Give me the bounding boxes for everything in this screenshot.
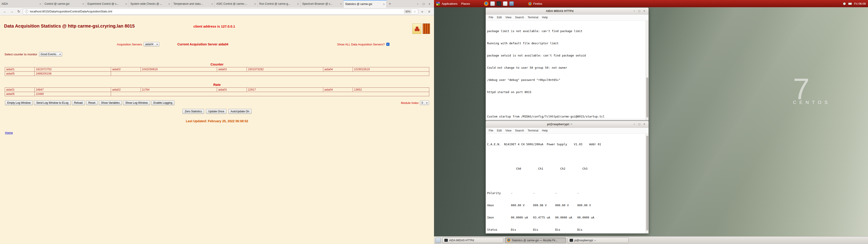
site-info-icon[interactable]: i bbox=[25, 10, 28, 13]
show-log-window-button[interactable]: Show Log Window bbox=[123, 100, 150, 105]
tab-asic-control[interactable]: ASIC Control @ carme-...× bbox=[215, 0, 258, 8]
hv-channels-row: Ch0Ch1Ch2Ch3 bbox=[487, 167, 645, 171]
show-all-checkbox[interactable] bbox=[386, 43, 390, 46]
update-once-button[interactable]: Update Once bbox=[206, 109, 226, 114]
taskbar-item-httpd[interactable]: AIDA MIDAS HTTPd bbox=[442, 238, 503, 243]
terminal-launcher-icon[interactable] bbox=[497, 1, 501, 6]
tab-close-icon[interactable]: × bbox=[254, 2, 256, 6]
tab-aida[interactable]: AIDA× bbox=[0, 0, 43, 8]
terminal-titlebar[interactable]: pi@raspberrypi: ~ − □ × bbox=[486, 121, 649, 128]
maximize-button[interactable]: □ bbox=[637, 122, 642, 126]
menu-view[interactable]: View bbox=[504, 16, 513, 20]
scrollbar-thumb[interactable] bbox=[646, 136, 648, 231]
zoom-indicator[interactable]: 90% bbox=[404, 10, 412, 13]
terminal-menubar: File Edit View Search Terminal Help bbox=[486, 128, 649, 134]
active-app-indicator[interactable]: Firefox bbox=[528, 2, 542, 5]
places-menu[interactable]: Places bbox=[459, 2, 472, 5]
hv-control-screen[interactable]: C.A.E.N. N1419ET 4 CH 500V/200uA Power S… bbox=[486, 134, 649, 233]
menu-view[interactable]: View bbox=[504, 128, 513, 133]
counter-select[interactable]: Good Events bbox=[39, 52, 62, 57]
tab-statistics-active[interactable]: Statistics @ carme-gsi× bbox=[344, 0, 386, 8]
tab-close-icon[interactable]: × bbox=[125, 2, 127, 6]
tab-control[interactable]: Control @ carme-gsi× bbox=[43, 0, 86, 8]
server-name-cell: aida05 bbox=[5, 72, 35, 76]
menu-terminal[interactable]: Terminal bbox=[526, 128, 540, 133]
mail-launcher-icon[interactable] bbox=[490, 1, 495, 6]
tab-close-icon[interactable]: × bbox=[168, 2, 170, 6]
home-link[interactable]: Home bbox=[5, 131, 13, 134]
tab-run-control[interactable]: Run Control @ carme-g...× bbox=[258, 0, 301, 8]
menu-help[interactable]: Help bbox=[540, 16, 549, 20]
tab-experiment-control[interactable]: Experiment Control @ c...× bbox=[86, 0, 129, 8]
window-controls: − □ × bbox=[413, 0, 434, 8]
clock[interactable]: Fri 06:09 bbox=[854, 2, 866, 5]
tab-close-icon[interactable]: × bbox=[297, 2, 299, 6]
firefox-launcher-icon[interactable] bbox=[484, 1, 489, 6]
terminal-icon bbox=[569, 239, 573, 242]
terminal-titlebar[interactable]: AIDA MIDAS HTTPd − □ × bbox=[486, 8, 649, 14]
show-desktop-button[interactable] bbox=[435, 238, 441, 243]
editor-launcher-icon[interactable] bbox=[503, 1, 507, 6]
close-button[interactable]: × bbox=[642, 9, 647, 13]
taskbar-item-firefox[interactable]: Statistics @ carme-gsi — Mozilla Fir... bbox=[505, 238, 566, 243]
bookmark-star-icon[interactable]: ☆ bbox=[413, 10, 416, 13]
menu-help[interactable]: Help bbox=[540, 128, 549, 133]
zero-statistics-button[interactable]: Zero Statistics bbox=[182, 109, 204, 114]
last-updated-text: Last Updated: February 25, 2022 06:08:52 bbox=[3, 119, 431, 123]
menu-search[interactable]: Search bbox=[514, 128, 526, 133]
terminal-scrollbar[interactable] bbox=[646, 21, 649, 120]
tab-spectrum-browser[interactable]: Spectrum Browser @ c...× bbox=[301, 0, 344, 8]
hamburger-menu-icon[interactable]: ≡ bbox=[426, 8, 432, 14]
menu-terminal[interactable]: Terminal bbox=[526, 16, 540, 20]
url-bar[interactable]: i localhost:8015/DataAcquisitionControl/… bbox=[23, 8, 418, 14]
acquisition-server-select[interactable]: aida04 bbox=[144, 42, 159, 47]
module-index-value: 0 bbox=[422, 101, 423, 104]
empty-log-window-button[interactable]: Empty Log Window bbox=[5, 100, 33, 105]
volume-icon[interactable] bbox=[843, 2, 846, 5]
tab-label: AIDA bbox=[2, 2, 38, 5]
close-button[interactable]: × bbox=[642, 122, 647, 126]
channel-header: Ch3 bbox=[577, 167, 599, 171]
overflow-menu-icon[interactable]: » bbox=[419, 8, 425, 14]
minimize-button[interactable]: − bbox=[632, 122, 637, 126]
minimize-button[interactable]: − bbox=[632, 9, 637, 13]
applications-menu[interactable]: Applications bbox=[440, 2, 459, 5]
taskbar-item-label: Statistics @ carme-gsi — Mozilla Fir... bbox=[512, 239, 557, 242]
taskbar-item-raspberrypi[interactable]: pi@raspberrypi: ~ bbox=[567, 238, 629, 243]
tab-close-icon[interactable]: × bbox=[211, 2, 213, 6]
terminal-scrollbar[interactable] bbox=[646, 134, 649, 233]
module-index-select[interactable]: 0 bbox=[420, 100, 429, 105]
enable-logging-button[interactable]: Enable Logging bbox=[151, 100, 175, 105]
tab-close-icon[interactable]: × bbox=[383, 2, 385, 6]
send-log-to-elog-button[interactable]: Send Log Window to ELog bbox=[34, 100, 70, 105]
minimize-button[interactable]: − bbox=[415, 2, 421, 6]
reset-button[interactable]: Reset bbox=[86, 100, 98, 105]
monitor-launcher-icon[interactable] bbox=[509, 1, 514, 6]
battery-icon[interactable] bbox=[848, 2, 852, 5]
back-button[interactable]: ← bbox=[2, 8, 8, 14]
terminal-output[interactable]: package limit is not available: can't fi… bbox=[486, 21, 649, 120]
tab-close-icon[interactable]: × bbox=[340, 2, 342, 6]
tab-temperature[interactable]: Temperature and statu...× bbox=[172, 0, 215, 8]
menu-edit[interactable]: Edit bbox=[495, 16, 503, 20]
url-text[interactable]: localhost:8015/DataAcquisitionControl/Da… bbox=[30, 10, 402, 13]
maximize-button[interactable]: □ bbox=[421, 2, 426, 6]
autoupdate-on-button[interactable]: AutoUpdate On bbox=[228, 109, 252, 114]
tab-close-icon[interactable]: × bbox=[39, 2, 41, 6]
menu-file[interactable]: File bbox=[487, 16, 495, 20]
server-name-cell: aida03 bbox=[217, 67, 247, 72]
reload-button[interactable]: Reload bbox=[72, 100, 85, 105]
show-variables-button[interactable]: Show Variables bbox=[99, 100, 122, 105]
tab-close-icon[interactable]: × bbox=[82, 2, 84, 6]
tab-system-checks[interactable]: System wide Checks @ ...× bbox=[129, 0, 172, 8]
menu-search[interactable]: Search bbox=[514, 16, 526, 20]
scrollbar-thumb[interactable] bbox=[646, 78, 648, 118]
menu-edit[interactable]: Edit bbox=[495, 128, 503, 133]
menu-file[interactable]: File bbox=[487, 128, 495, 133]
close-button[interactable]: × bbox=[427, 2, 432, 6]
new-tab-button[interactable]: + bbox=[386, 0, 393, 8]
maximize-button[interactable]: □ bbox=[637, 9, 642, 13]
refresh-button[interactable]: ↻ bbox=[16, 8, 22, 14]
server-row: Acquisition Servers aida04 Current Acqui… bbox=[3, 42, 431, 47]
forward-button[interactable]: → bbox=[9, 8, 15, 14]
